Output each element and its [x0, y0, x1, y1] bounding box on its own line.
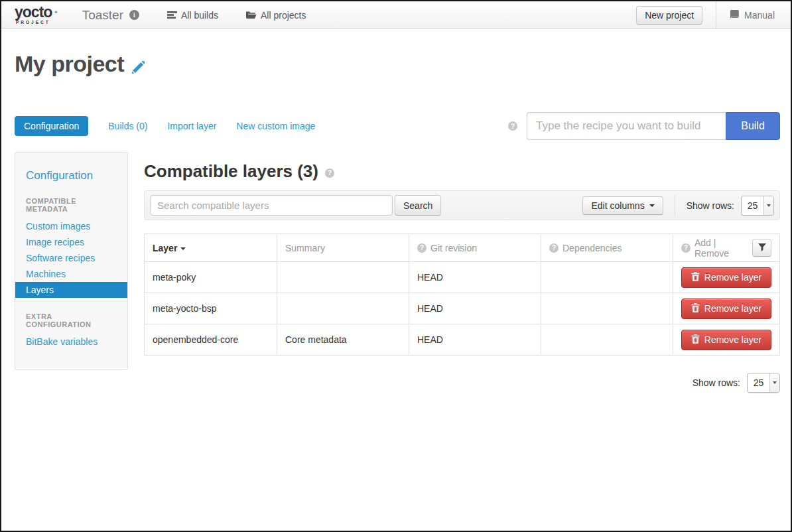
- project-tabs: Configuration Builds (0) Import layer Ne…: [15, 112, 780, 140]
- sidebar-item-machines[interactable]: Machines: [15, 266, 127, 282]
- main-panel: Compatible layers (3) ? Search Edit colu…: [144, 152, 780, 393]
- build-recipe-input[interactable]: [527, 112, 726, 140]
- remove-layer-label: Remove layer: [704, 272, 761, 283]
- filter-button[interactable]: [752, 239, 771, 257]
- column-header-git-revision: ?Git revision: [409, 234, 541, 262]
- page-content: My project Configuration Builds (0) Impo…: [1, 49, 791, 393]
- new-project-button[interactable]: New project: [636, 6, 702, 25]
- nav-all-projects[interactable]: All projects: [246, 10, 306, 21]
- trash-icon: [691, 272, 700, 283]
- bottom-pager: Show rows: 25: [144, 373, 780, 393]
- sidebar-item-custom-images[interactable]: Custom images: [15, 218, 127, 234]
- chevron-down-icon: [649, 204, 655, 207]
- yocto-logo[interactable]: yocto· PROJECT: [15, 5, 58, 25]
- nav-all-builds[interactable]: All builds: [167, 10, 218, 21]
- dependencies-help-icon[interactable]: ?: [549, 243, 559, 253]
- project-name: My project: [15, 51, 124, 77]
- tab-builds[interactable]: Builds (0): [108, 121, 147, 131]
- trash-icon: [691, 303, 700, 314]
- page-title: My project: [15, 49, 780, 79]
- filter-icon: [758, 243, 766, 253]
- config-sidebar: Configuration COMPATIBLE METADATA Custom…: [15, 152, 128, 370]
- edit-pencil-icon[interactable]: [132, 53, 145, 79]
- git-revision-help-icon[interactable]: ?: [417, 243, 427, 253]
- show-rows-label: Show rows:: [687, 200, 734, 211]
- table-row: meta-yocto-bsp HEAD Remove layer: [145, 293, 780, 324]
- manual-label: Manual: [744, 10, 775, 21]
- sidebar-item-software-recipes[interactable]: Software recipes: [15, 250, 127, 266]
- show-rows-value: 25: [742, 196, 763, 215]
- body-row: Configuration COMPATIBLE METADATA Custom…: [15, 152, 780, 393]
- sidebar-heading-extra-configuration: EXTRA CONFIGURATION: [26, 312, 117, 328]
- manual-link[interactable]: Manual: [730, 10, 775, 21]
- sidebar-heading-compatible-metadata: COMPATIBLE METADATA: [26, 197, 117, 213]
- sidebar-item-bitbake-variables[interactable]: BitBake variables: [15, 334, 127, 350]
- layer-name-cell: meta-yocto-bsp: [145, 293, 277, 324]
- show-rows-select[interactable]: 25: [741, 196, 774, 216]
- select-arrow-icon: [769, 373, 779, 392]
- top-navbar: yocto· PROJECT Toaster i All builds All …: [1, 1, 791, 29]
- trash-icon: [691, 334, 700, 346]
- column-header-add-remove: ? Add | Remove: [673, 234, 780, 262]
- summary-cell: [277, 293, 409, 324]
- column-header-summary: Summary: [277, 234, 409, 262]
- yocto-logo-text: yocto·: [15, 5, 58, 20]
- yocto-logo-subtext: PROJECT: [16, 21, 58, 25]
- action-cell: Remove layer: [673, 262, 780, 293]
- remove-layer-label: Remove layer: [704, 334, 761, 345]
- sidebar-item-image-recipes[interactable]: Image recipes: [15, 234, 127, 250]
- section-help-icon[interactable]: ?: [325, 168, 334, 178]
- layer-name-cell: meta-poky: [145, 262, 277, 293]
- search-button[interactable]: Search: [395, 195, 441, 216]
- show-rows-select-bottom[interactable]: 25: [747, 373, 780, 393]
- yocto-logo-dot: ·: [54, 4, 58, 21]
- sidebar-item-configuration[interactable]: Configuration: [26, 169, 117, 182]
- git-revision-cell: HEAD: [409, 293, 541, 324]
- show-rows-value: 25: [748, 373, 769, 392]
- add-remove-help-icon[interactable]: ?: [681, 243, 691, 253]
- remove-layer-label: Remove layer: [704, 303, 761, 314]
- compatible-layers-table: Layer Summary ?Git revision ?Dependencie…: [144, 233, 780, 356]
- dependencies-cell: [541, 324, 673, 356]
- table-header-row: Layer Summary ?Git revision ?Dependencie…: [145, 234, 780, 262]
- app-window: yocto· PROJECT Toaster i All builds All …: [0, 0, 792, 532]
- folder-open-icon: [246, 11, 257, 19]
- build-button[interactable]: Build: [726, 112, 780, 140]
- remove-layer-button[interactable]: Remove layer: [681, 299, 771, 319]
- tab-import-layer[interactable]: Import layer: [167, 121, 216, 131]
- search-input[interactable]: [150, 195, 393, 216]
- build-form: ? Build: [508, 112, 780, 140]
- navbar-divider: [716, 1, 716, 29]
- table-toolbar: Search Edit columns Show rows: 25: [144, 190, 780, 220]
- build-help-icon[interactable]: ?: [508, 121, 517, 131]
- layer-name-cell: openembedded-core: [145, 324, 277, 356]
- info-icon[interactable]: i: [129, 10, 139, 20]
- tab-configuration[interactable]: Configuration: [15, 116, 88, 136]
- section-title: Compatible layers (3) ?: [144, 161, 780, 182]
- select-arrow-icon: [763, 196, 773, 215]
- tab-new-custom-image[interactable]: New custom image: [236, 121, 315, 131]
- app-title: Toaster: [82, 8, 123, 23]
- remove-layer-button[interactable]: Remove layer: [681, 330, 771, 350]
- dependencies-cell: [541, 293, 673, 324]
- dependencies-cell: [541, 262, 673, 293]
- column-header-dependencies: ?Dependencies: [541, 234, 673, 262]
- column-header-layer[interactable]: Layer: [145, 234, 277, 262]
- nav-all-builds-label: All builds: [181, 10, 218, 21]
- sidebar-item-layers[interactable]: Layers: [15, 282, 127, 298]
- edit-columns-button[interactable]: Edit columns: [582, 196, 663, 215]
- git-revision-cell: HEAD: [409, 262, 541, 293]
- builds-list-icon: [167, 11, 177, 19]
- book-icon: [730, 10, 740, 21]
- edit-columns-label: Edit columns: [591, 200, 644, 211]
- sort-caret-icon: [180, 247, 186, 250]
- table-row: meta-poky HEAD Remove layer: [145, 262, 780, 293]
- nav-all-projects-label: All projects: [261, 10, 306, 21]
- git-revision-cell: HEAD: [409, 324, 541, 356]
- navbar-right: New project Manual: [636, 1, 791, 29]
- show-rows-label: Show rows:: [693, 377, 740, 388]
- summary-cell: Core metadata: [277, 324, 409, 356]
- summary-cell: [277, 262, 409, 293]
- remove-layer-button[interactable]: Remove layer: [681, 267, 771, 288]
- action-cell: Remove layer: [673, 293, 780, 324]
